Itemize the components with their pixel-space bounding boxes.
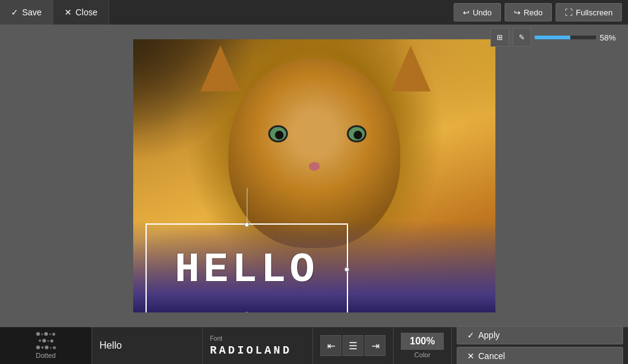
handle-right[interactable] [344, 267, 349, 272]
apply-button[interactable]: ✓ Apply [457, 326, 623, 344]
save-label: Save [22, 7, 42, 17]
size-color-section: 100% Color [393, 327, 452, 364]
kitten-left-eye [268, 125, 288, 142]
align-right-icon: ⇥ [371, 340, 379, 352]
actual-size-button[interactable]: ✎ [513, 28, 531, 47]
kitten-right-eye [347, 125, 366, 142]
apply-cancel-section: ✓ Apply ✕ Cancel [452, 326, 628, 364]
fullscreen-label: Fullscreen [576, 8, 613, 17]
save-button[interactable]: ✓ Save [0, 0, 53, 25]
canvas-image: HELLO [133, 39, 495, 312]
actual-size-icon: ✎ [519, 33, 525, 42]
zoom-slider-fill [535, 36, 570, 39]
handle-top-line [247, 188, 247, 225]
zoom-slider-container: 58% [535, 33, 622, 42]
alignment-section: ⇤ ☰ ⇥ [313, 327, 393, 364]
second-toolbar: ⊞ ✎ 58% [484, 25, 628, 50]
text-input-field[interactable] [99, 340, 195, 351]
align-left-icon: ⇤ [327, 340, 335, 352]
cancel-button[interactable]: ✕ Cancel [457, 347, 623, 364]
handle-bottom[interactable] [244, 312, 249, 312]
top-toolbar: ✓ Save ✕ Close ↩ Undo ↪ Redo ⛶ Fullscree… [0, 0, 628, 25]
font-style-label: Dotted [36, 352, 55, 359]
redo-button[interactable]: ↪ Redo [505, 3, 552, 21]
font-name-display: RADIOLAND [210, 344, 292, 357]
color-label: Color [414, 351, 430, 358]
kitten-nose [309, 162, 320, 171]
checkmark-icon: ✓ [11, 7, 18, 17]
canvas-area: HELLO [0, 25, 628, 327]
overlay-hello-text: HELLO [174, 246, 318, 293]
toolbar-right: ↩ Undo ↪ Redo ⛶ Fullscreen [454, 3, 628, 21]
cancel-label: Cancel [478, 351, 505, 361]
font-section: Font RADIOLAND [203, 327, 313, 364]
zoom-percent: 58% [600, 33, 622, 42]
checkmark-apply-icon: ✓ [467, 330, 475, 340]
redo-label: Redo [524, 8, 543, 17]
close-label: Close [76, 7, 98, 17]
fullscreen-button[interactable]: ⛶ Fullscreen [556, 3, 622, 21]
apply-label: Apply [478, 330, 500, 340]
text-size-display[interactable]: 100% [401, 333, 444, 350]
bottom-panel: Dotted Font RADIOLAND ⇤ ☰ ⇥ 100% Color ✓… [0, 327, 628, 364]
align-left-button[interactable]: ⇤ [320, 335, 341, 356]
font-preview-lines [36, 332, 56, 349]
align-center-button[interactable]: ☰ [343, 335, 363, 356]
align-center-icon: ☰ [349, 340, 357, 352]
undo-icon: ↩ [463, 8, 470, 17]
handle-top[interactable] [244, 222, 249, 227]
undo-label: Undo [473, 8, 492, 17]
zoom-slider[interactable] [535, 36, 596, 39]
x-icon: ✕ [64, 7, 72, 17]
redo-icon: ↪ [514, 8, 521, 17]
fit-view-button[interactable]: ⊞ [490, 28, 509, 47]
undo-button[interactable]: ↩ Undo [454, 3, 501, 21]
fullscreen-icon: ⛶ [565, 8, 573, 17]
font-label-top: Font [210, 335, 222, 342]
fit-icon: ⊞ [497, 33, 503, 42]
text-input-area[interactable] [92, 327, 203, 364]
font-preview-box: Dotted [0, 327, 92, 364]
align-right-button[interactable]: ⇥ [365, 335, 386, 356]
kitten-face [228, 58, 400, 248]
close-button[interactable]: ✕ Close [53, 0, 109, 25]
text-overlay-box[interactable]: HELLO [145, 223, 348, 312]
x-cancel-icon: ✕ [467, 351, 475, 361]
